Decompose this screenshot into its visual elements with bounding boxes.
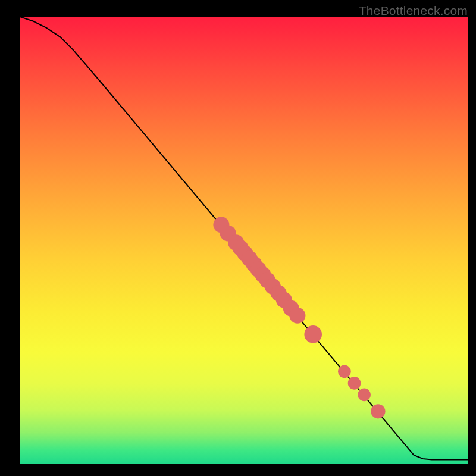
bottleneck-curve [20,17,468,460]
data-point [358,389,371,402]
data-point [371,404,385,418]
data-point [304,325,322,343]
data-markers [213,217,385,418]
data-point [289,308,305,324]
watermark-text: TheBottleneck.com [359,4,468,18]
data-point [338,365,351,378]
chart-frame: TheBottleneck.com [0,0,476,476]
plot-area [20,17,468,464]
data-point [348,377,361,390]
chart-svg [20,17,468,464]
